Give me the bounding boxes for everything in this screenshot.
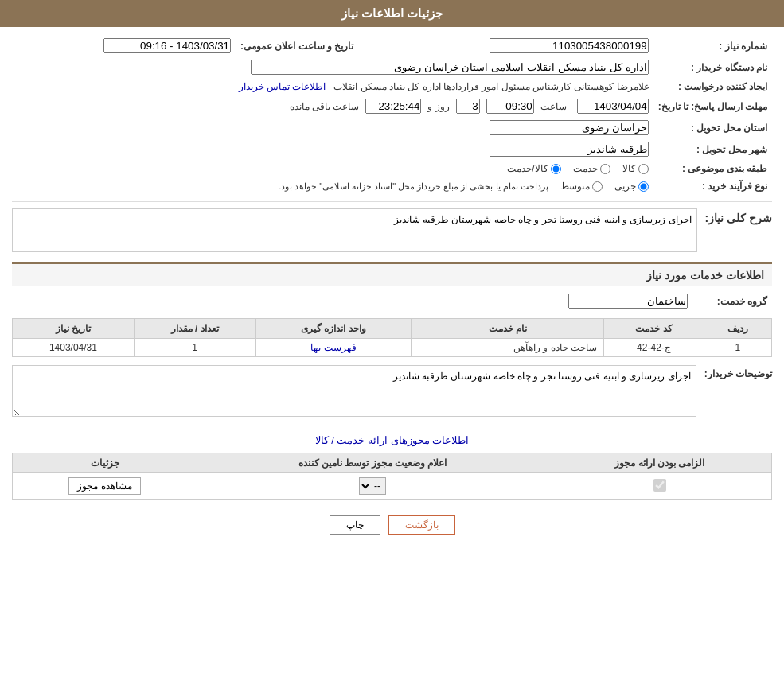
required-checkbox[interactable] [653, 479, 666, 492]
supplier-status-cell: -- [197, 473, 548, 500]
category-khedmat-label[interactable]: خدمت [573, 163, 610, 174]
permissions-table-header: الزامی بودن ارائه مجوز اعلام وضعیت مجوز … [13, 453, 772, 473]
city-value-cell [12, 138, 653, 160]
requester-value-cell: غلامرضا کوهستانی کارشناس مسئول امور قرار… [12, 78, 653, 95]
services-table-header: ردیف کد خدمت نام خدمت واحد اندازه گیری ت… [13, 319, 772, 339]
page-header: جزئیات اطلاعات نیاز [0, 0, 784, 27]
deadline-time-label: ساعت [540, 101, 567, 112]
deadline-label: مهلت ارسال پاسخ: تا تاریخ: [653, 95, 772, 117]
process-motavasset-label[interactable]: متوسط [560, 181, 603, 192]
need-number-label: شماره نیاز : [653, 35, 772, 56]
category-value-cell: کالا خدمت کالا/خدمت [12, 160, 653, 177]
col-need-date: تاریخ نیاز [13, 319, 135, 339]
city-row: شهر محل تحویل : [12, 138, 772, 160]
process-note: پرداخت تمام یا بخشی از مبلغ خریداز محل "… [279, 181, 548, 192]
deadline-date-input[interactable] [577, 99, 649, 114]
services-section-header: اطلاعات خدمات مورد نیاز [12, 262, 772, 286]
permissions-table-body: -- مشاهده مجوز [13, 473, 772, 500]
deadline-days-input[interactable] [456, 99, 480, 114]
permissions-title: اطلاعات مجوزهای ارائه خدمت / کالا [12, 434, 772, 446]
perm-col-status: اعلام وضعیت مجوز توسط نامین کننده [197, 453, 548, 473]
announce-datetime-input[interactable] [103, 38, 231, 53]
services-header-row: ردیف کد خدمت نام خدمت واحد اندازه گیری ت… [13, 319, 772, 339]
permissions-section: اطلاعات مجوزهای ارائه خدمت / کالا الزامی… [12, 434, 772, 500]
process-jozi-radio[interactable] [638, 181, 649, 192]
province-value-cell [12, 117, 653, 138]
list-item: -- مشاهده مجوز [13, 473, 772, 500]
services-section-title: اطلاعات خدمات مورد نیاز [646, 269, 764, 282]
buyer-org-value-cell [12, 56, 653, 78]
col-unit: واحد اندازه گیری [255, 319, 412, 339]
details-cell: مشاهده مجوز [13, 473, 197, 500]
row-index: 1 [704, 339, 771, 357]
need-description-section: شرح کلی نیاز: [12, 208, 772, 255]
bottom-buttons: بازگشت چاپ [12, 515, 772, 535]
permissions-header-row: الزامی بودن ارائه مجوز اعلام وضعیت مجوز … [13, 453, 772, 473]
category-kala-khedmat-label[interactable]: کالا/خدمت [507, 163, 560, 174]
deadline-time-input[interactable] [486, 99, 534, 114]
buyer-org-input[interactable] [251, 60, 649, 75]
buyer-notes-label: توضیحات خریدار: [704, 365, 772, 379]
services-table-body: 1 ج-42-42 ساخت جاده و راهآهن فهرست بها 1… [13, 339, 772, 357]
requester-value: غلامرضا کوهستانی کارشناس مسئول امور قرار… [333, 81, 648, 92]
category-kala-radio[interactable] [638, 164, 649, 174]
divider-2 [12, 426, 772, 426]
main-info-table: شماره نیاز : تاریخ و ساعت اعلان عمومی: ن… [12, 35, 772, 195]
buyer-notes-textarea[interactable] [12, 365, 696, 417]
service-name: ساخت جاده و راهآهن [412, 339, 604, 357]
process-row: نوع فرآیند خرید : جزیی متوسط پرداخت تمام… [12, 177, 772, 195]
announce-datetime-value-cell [12, 35, 236, 56]
process-label: نوع فرآیند خرید : [653, 177, 772, 195]
deadline-days-label: روز و [427, 101, 449, 112]
service-group-value-cell [12, 290, 692, 312]
province-input[interactable] [490, 120, 649, 135]
category-kala-khedmat-radio[interactable] [551, 164, 561, 174]
content-area: شماره نیاز : تاریخ و ساعت اعلان عمومی: ن… [0, 27, 784, 554]
perm-col-required: الزامی بودن ارائه مجوز [548, 453, 771, 473]
service-group-row: گروه خدمت: [12, 290, 772, 312]
requester-contact-link[interactable]: اطلاعات تماس خریدار [239, 81, 326, 92]
col-service-name: نام خدمت [412, 319, 604, 339]
need-description-wrapper [12, 208, 697, 255]
process-motavasset-radio[interactable] [592, 181, 603, 192]
quantity: 1 [134, 339, 255, 357]
province-label: استان محل تحویل : [653, 117, 772, 138]
required-checkbox-cell[interactable] [548, 473, 771, 500]
buyer-org-row: نام دستگاه خریدار : [12, 56, 772, 78]
category-khedmat-radio[interactable] [600, 164, 610, 174]
buyer-org-label: نام دستگاه خریدار : [653, 56, 772, 78]
divider-1 [12, 201, 772, 202]
category-kala-label[interactable]: کالا [622, 163, 649, 174]
col-row: ردیف [704, 319, 771, 339]
print-button[interactable]: چاپ [330, 515, 380, 535]
buyer-notes-wrapper [12, 365, 696, 419]
view-permit-button[interactable]: مشاهده مجوز [68, 477, 140, 495]
perm-col-details: جزئیات [13, 453, 197, 473]
process-value-cell: جزیی متوسط پرداخت تمام یا بخشی از مبلغ خ… [12, 177, 653, 195]
deadline-remaining-label: ساعت باقی مانده [290, 101, 360, 112]
service-group-label: گروه خدمت: [692, 290, 772, 312]
requester-row: ایجاد کننده درخواست : غلامرضا کوهستانی ک… [12, 78, 772, 95]
services-table: ردیف کد خدمت نام خدمت واحد اندازه گیری ت… [12, 318, 772, 357]
process-jozi-label[interactable]: جزیی [614, 181, 649, 192]
unit[interactable]: فهرست بها [255, 339, 412, 357]
deadline-row: مهلت ارسال پاسخ: تا تاریخ: ساعت روز و سا… [12, 95, 772, 117]
need-number-row: شماره نیاز : تاریخ و ساعت اعلان عمومی: [12, 35, 772, 56]
col-service-code: کد خدمت [604, 319, 704, 339]
need-description-textarea[interactable] [12, 208, 697, 252]
announce-datetime-label: تاریخ و ساعت اعلان عمومی: [236, 35, 377, 56]
need-number-input[interactable] [490, 38, 649, 53]
buyer-notes-section: توضیحات خریدار: [12, 365, 772, 419]
permissions-table: الزامی بودن ارائه مجوز اعلام وضعیت مجوز … [12, 453, 772, 500]
service-group-input[interactable] [568, 294, 688, 309]
page-wrapper: جزئیات اطلاعات نیاز شماره نیاز : تاریخ و… [0, 0, 784, 696]
supplier-status-select[interactable]: -- [359, 477, 386, 495]
back-button[interactable]: بازگشت [388, 515, 455, 535]
deadline-remaining-input[interactable] [365, 99, 421, 114]
col-quantity: تعداد / مقدار [134, 319, 255, 339]
province-row: استان محل تحویل : [12, 117, 772, 138]
category-row: طبقه بندی موضوعی : کالا خدمت [12, 160, 772, 177]
city-input[interactable] [490, 142, 649, 157]
need-date: 1403/04/31 [13, 339, 135, 357]
city-label: شهر محل تحویل : [653, 138, 772, 160]
